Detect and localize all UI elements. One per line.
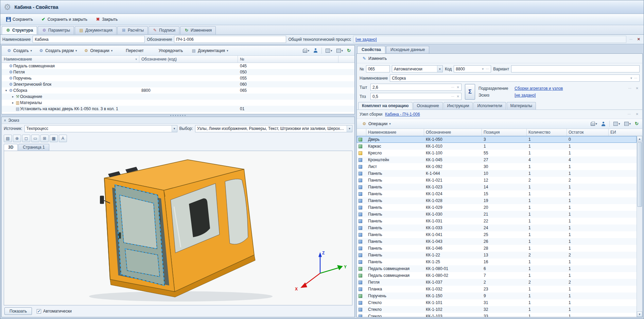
operation-kit-row[interactable]: Лист КК-1-092 30 1 1	[357, 163, 637, 170]
structure-toolbar-button[interactable]: Создать рядом ▾	[36, 47, 80, 54]
auto-checkbox[interactable]: ✓ Автоматически	[37, 309, 72, 314]
column-header-name[interactable]: Наименование ▾	[2, 56, 139, 63]
column-header-unit[interactable]: ЕИ	[609, 129, 637, 136]
operation-kit-row[interactable]: Панель КК-1-028 19 1 1	[357, 197, 637, 204]
print-button[interactable]: ▾	[589, 120, 599, 127]
show-button[interactable]: Показать	[4, 307, 32, 315]
tree-row[interactable]: ▾ Сборка 8800 065	[2, 87, 354, 94]
filter-icon[interactable]: ▾	[135, 57, 137, 61]
numbering-mode-select[interactable]: Автоматически ▾	[392, 65, 443, 72]
vertical-scrollbar[interactable]: ▲ ▼	[637, 136, 642, 317]
scrollbar-thumb[interactable]	[637, 142, 642, 207]
more-icon[interactable]: ⋯	[450, 95, 456, 98]
main-tab[interactable]: Расчёты	[117, 26, 148, 34]
sum-button[interactable]: Σ	[465, 84, 475, 100]
column-header-position[interactable]: Позиция	[482, 129, 527, 136]
operation-kit-row[interactable]: Педаль совмещенная КК-1-080-02 7 1 1	[357, 272, 637, 279]
operation-kit-row[interactable]: Стекло КК-1-102 32 1 1	[357, 306, 637, 313]
operation-kit-row[interactable]: Панель КК-1-046 28 1 1	[357, 245, 637, 252]
operation-kit-row[interactable]: Дверь КК-1-050 3 1 0	[357, 136, 637, 143]
variant-input[interactable]	[511, 65, 640, 72]
main-tab[interactable]: Изменения	[180, 26, 216, 34]
operation-kit-row[interactable]: Панель КК-1-22 13 2 2	[357, 252, 637, 258]
edit-button[interactable]: Изменить	[359, 55, 390, 62]
grid-settings-button[interactable]: ▾	[623, 120, 633, 127]
3d-viewport[interactable]: Z Y X	[4, 151, 352, 305]
operation-kit-row[interactable]: Кронштейн КК-1-045 27 4 4	[357, 156, 637, 163]
refresh-button[interactable]	[345, 47, 352, 54]
operation-kit-row[interactable]: Кресло КК-1-100 55 1 1	[357, 150, 637, 156]
tree-row[interactable]: Педаль совмещенная 045	[2, 63, 354, 69]
operation-kit-row[interactable]: Петля КК-1-037 2 2 2	[357, 279, 637, 286]
tree-expander[interactable]: ▾	[4, 89, 8, 92]
tsht-input[interactable]	[371, 84, 450, 90]
main-tab[interactable]: Структура	[2, 26, 37, 34]
main-tab[interactable]: Подписи	[149, 26, 179, 34]
sketch-link[interactable]: [не задано]	[515, 93, 536, 98]
main-tab[interactable]: Документация	[75, 26, 117, 34]
view-tab[interactable]: 3D	[4, 144, 18, 151]
properties-tab[interactable]: Свойства	[357, 46, 385, 53]
operation-kit-row[interactable]: Панель КК-1-030 21 1 1	[357, 211, 637, 218]
more-icon[interactable]: ⋯	[450, 86, 456, 89]
user-button[interactable]	[599, 120, 607, 128]
section-tab[interactable]: Исполнители	[473, 102, 506, 110]
structure-toolbar-button[interactable]: Документация ▾	[188, 47, 231, 54]
sketch-tool-button[interactable]: A	[59, 135, 67, 142]
column-header-num[interactable]: №	[238, 56, 338, 63]
operation-kit-row[interactable]: Стекло КК-1-103 33 1 1	[357, 313, 637, 317]
operation-kit-row[interactable]: Панель К-1-044 10 1 1	[357, 170, 637, 177]
columns-settings-button[interactable]: ▾	[612, 120, 622, 127]
tree-row[interactable]: ▸ Оснащение	[2, 94, 354, 100]
sketch-group-header[interactable]: ∧ Эскиз	[2, 117, 354, 124]
chevron-down-icon[interactable]: ▾	[172, 125, 177, 132]
operation-kit-row[interactable]: Панель КК-1-033 24 1 1	[357, 224, 637, 231]
scroll-down-button[interactable]: ▼	[637, 312, 642, 317]
column-header-name[interactable]: Наименование	[366, 129, 424, 136]
toolbar-button[interactable]: Сохранить	[3, 16, 36, 23]
operation-kit-row[interactable]: Стекло КК-1-101 31 1 1	[357, 299, 637, 306]
scroll-up-button[interactable]: ▲	[637, 136, 642, 141]
tree-row[interactable]: Установить на каркас дверь КК-1-050 поз.…	[2, 106, 354, 112]
toolbar-button[interactable]: Закрыть	[92, 16, 121, 23]
selection-select[interactable]: Узлы, Линии изображения, Размеры, Текст,…	[195, 125, 352, 132]
more-icon[interactable]: ⋯	[627, 87, 633, 90]
clear-icon[interactable]: ✕	[456, 86, 460, 89]
column-header-code[interactable]: Обозначение (код)	[139, 56, 238, 63]
tpz-input[interactable]	[371, 93, 450, 100]
operation-kit-row[interactable]: Панель КК-1-023 14 1 1	[357, 184, 637, 190]
section-tab[interactable]: Комплект на операцию	[358, 102, 413, 110]
division-link[interactable]: Сборки агрегатов и узлов	[515, 86, 563, 91]
grid-settings-button[interactable]: ▾	[335, 47, 345, 54]
name-input[interactable]	[33, 36, 145, 43]
sketch-tool-button[interactable]: ▤	[4, 135, 12, 142]
code-input[interactable]	[454, 66, 481, 72]
source-select[interactable]: Техпроцесс ▾	[24, 125, 177, 132]
sketch-tool-button[interactable]: ▭	[31, 135, 39, 142]
main-tab[interactable]: Параметры	[38, 26, 74, 34]
section-tab[interactable]: Инструкции	[443, 102, 473, 110]
process-more-button[interactable]: ⋯	[628, 38, 634, 41]
tree-row[interactable]: Электрический блок 060	[2, 81, 354, 87]
structure-toolbar-button[interactable]: Операции ▾	[81, 47, 116, 54]
column-header-remainder[interactable]: Остаток	[567, 129, 609, 136]
structure-toolbar-button[interactable]: Упорядочить	[149, 47, 188, 54]
process-clear-button[interactable]: ✕	[636, 37, 642, 41]
operation-kit-row[interactable]: Панель КК-1-021 12 2 2	[357, 177, 637, 184]
structure-toolbar-button[interactable]: Пересчет	[116, 47, 149, 54]
prop-name-input[interactable]	[390, 75, 629, 81]
tree-row[interactable]: Поручень 055	[2, 75, 354, 81]
user-button[interactable]	[312, 47, 319, 54]
operation-kit-row[interactable]: Каркас КК-1-010 1 1 1	[357, 143, 637, 150]
tree-row[interactable]: ▸ Материалы	[2, 100, 354, 106]
chevron-down-icon[interactable]: ▾	[481, 67, 485, 71]
more-icon[interactable]: ⋯	[627, 113, 632, 116]
operation-kit-row[interactable]: Панель КК-1-031 22 1 1	[357, 218, 637, 224]
chevron-down-icon[interactable]: ▾	[437, 66, 442, 72]
operation-kit-row[interactable]: Панель КК-1-043 26 1 1	[357, 238, 637, 245]
num-input[interactable]	[366, 65, 390, 72]
operation-kit-row[interactable]: Панель КК-1-024 15 1 1	[357, 190, 637, 197]
process-link[interactable]: [не задано]	[355, 37, 377, 42]
clear-icon[interactable]: ✕	[635, 87, 640, 90]
sketch-tool-button[interactable]: ⊕	[13, 135, 21, 142]
